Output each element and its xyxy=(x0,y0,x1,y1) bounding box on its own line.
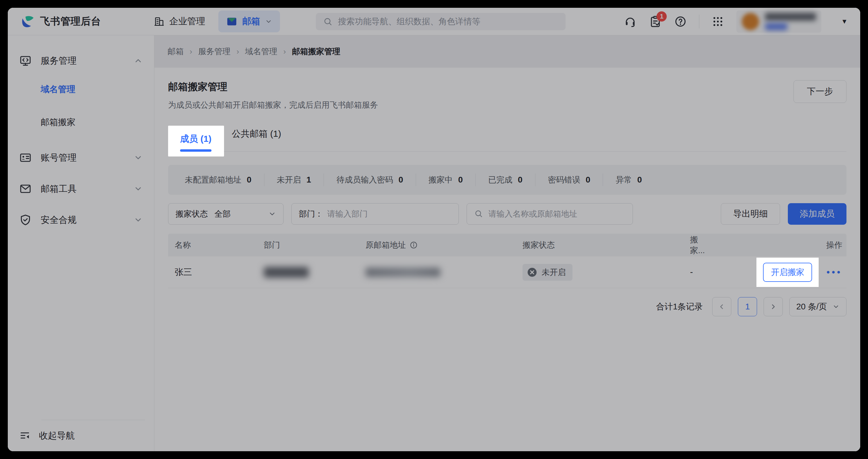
sidebar: 服务管理 域名管理 邮箱搬家 xyxy=(8,35,154,451)
tabs: 成员 (1) 公共邮箱 (1) xyxy=(168,121,846,152)
page-header: 邮箱搬家管理 为成员或公共邮箱开启邮箱搬家，完成后启用飞书邮箱服务 下一步 xyxy=(168,80,846,111)
body: 服务管理 域名管理 邮箱搬家 xyxy=(8,35,860,451)
collapse-nav-icon xyxy=(19,430,31,441)
sidebar-label: 服务管理 xyxy=(41,55,76,67)
chevron-down-icon xyxy=(268,210,276,218)
status-select-value: 全部 xyxy=(214,209,230,219)
status-label: 已完成 xyxy=(488,175,513,185)
member-search[interactable] xyxy=(467,203,633,225)
active-tab-underline xyxy=(180,149,212,152)
breadcrumb: 邮箱 › 服务管理 › 域名管理 › 邮箱搬家管理 xyxy=(154,35,860,68)
mail-product-icon xyxy=(226,16,238,27)
next-step-button[interactable]: 下一步 xyxy=(794,80,846,103)
chevron-up-icon xyxy=(134,56,143,65)
sidebar-item-mail-tools[interactable]: 邮箱工具 xyxy=(13,178,149,200)
breadcrumb-item[interactable]: 服务管理 xyxy=(198,46,230,57)
collapse-nav-button[interactable]: 收起导航 xyxy=(8,420,154,451)
status-not-started[interactable]: 未开启 1 xyxy=(265,175,324,185)
department-label: 部门： xyxy=(299,209,323,219)
status-label: 未配置邮箱地址 xyxy=(185,175,241,185)
cell-actions: 开启搬家 ••• xyxy=(709,257,846,287)
help-icon[interactable] xyxy=(674,15,687,28)
building-icon xyxy=(154,16,164,27)
nav-mail[interactable]: 邮箱 xyxy=(218,10,280,32)
tab-members-spotlight: 成员 (1) xyxy=(168,126,224,156)
content-card: 邮箱搬家管理 为成员或公共邮箱开启邮箱搬家，完成后启用飞书邮箱服务 下一步 成员… xyxy=(154,68,860,451)
chevron-down-icon xyxy=(832,303,840,310)
more-actions-icon[interactable]: ••• xyxy=(827,268,842,277)
export-detail-button[interactable]: 导出明细 xyxy=(721,203,780,225)
task-list-icon[interactable]: 1 xyxy=(649,15,662,28)
add-member-button[interactable]: 添加成员 xyxy=(788,203,846,225)
department-filter[interactable]: 部门： xyxy=(291,203,459,225)
pagination: 合计1条记录 1 20 条/页 xyxy=(168,297,846,331)
account-caret-icon[interactable]: ▼ xyxy=(841,18,848,25)
account-name-redacted xyxy=(765,13,816,21)
status-select-label: 搬家状态 xyxy=(176,209,208,219)
status-value: 0 xyxy=(518,175,523,185)
status-awaiting-password[interactable]: 待成员输入密码 0 xyxy=(324,175,416,185)
status-value: 0 xyxy=(458,175,463,185)
sidebar-item-mail-migration[interactable]: 邮箱搬家 xyxy=(13,111,149,133)
pagination-total: 合计1条记录 xyxy=(656,301,703,312)
search-icon xyxy=(474,209,484,219)
filter-row: 搬家状态 全部 部门： xyxy=(168,203,846,225)
breadcrumb-item[interactable]: 邮箱 xyxy=(167,46,184,57)
page-size-value: 20 条/页 xyxy=(796,301,827,312)
email-redacted xyxy=(366,268,440,277)
col-name: 名称 xyxy=(168,240,264,250)
department-input[interactable] xyxy=(327,210,451,219)
sidebar-item-account-mgmt[interactable]: 账号管理 xyxy=(13,147,149,169)
sidebar-label: 邮箱工具 xyxy=(41,183,76,195)
page-size-select[interactable]: 20 条/页 xyxy=(789,297,846,316)
app-logo[interactable]: 飞书管理后台 xyxy=(20,15,101,28)
status-label: 待成员输入密码 xyxy=(337,175,393,185)
header-divider xyxy=(699,15,699,28)
page-1-button[interactable]: 1 xyxy=(738,297,757,316)
breadcrumb-item[interactable]: 域名管理 xyxy=(245,46,277,57)
status-summary-bar: 未配置邮箱地址 0 未开启 1 待成员输入密码 0 搬家中 xyxy=(168,165,846,195)
status-label: 异常 xyxy=(616,175,632,185)
col-original-email-label: 原邮箱地址 xyxy=(366,240,406,250)
sidebar-item-security-compliance[interactable]: 安全合规 xyxy=(13,209,149,231)
prev-page-button[interactable] xyxy=(712,297,731,316)
info-icon[interactable] xyxy=(409,241,418,249)
status-value: 0 xyxy=(637,175,642,185)
col-actions: 操作 xyxy=(709,240,846,250)
status-badge: 未开启 xyxy=(523,264,572,281)
account-tag-redacted xyxy=(765,23,787,30)
header-actions: 1 xyxy=(624,10,848,33)
status-abnormal[interactable]: 异常 0 xyxy=(603,175,654,185)
tab-public-mailbox[interactable]: 公共邮箱 (1) xyxy=(232,128,281,151)
sidebar-item-domain-mgmt[interactable]: 域名管理 xyxy=(13,79,149,100)
sidebar-footer: 收起导航 xyxy=(8,420,154,451)
status-label: 密码错误 xyxy=(548,175,580,185)
nav-enterprise[interactable]: 企业管理 xyxy=(146,10,213,32)
cell-migration-status: 未开启 xyxy=(523,264,690,281)
apps-grid-icon[interactable] xyxy=(711,15,724,28)
next-page-button[interactable] xyxy=(764,297,783,316)
chevron-down-icon xyxy=(134,153,143,162)
status-unconfigured[interactable]: 未配置邮箱地址 0 xyxy=(172,175,264,185)
status-migrating[interactable]: 搬家中 0 xyxy=(416,175,475,185)
tab-members[interactable]: 成员 (1) xyxy=(180,133,212,152)
feishu-logo-icon xyxy=(20,15,34,28)
account-menu[interactable] xyxy=(736,10,822,33)
open-migration-button[interactable]: 开启搬家 xyxy=(763,263,812,282)
status-completed[interactable]: 已完成 0 xyxy=(475,175,535,185)
app-title: 飞书管理后台 xyxy=(40,15,101,28)
nav-mail-label: 邮箱 xyxy=(242,15,260,28)
global-search-input[interactable] xyxy=(338,17,558,26)
status-wrong-password[interactable]: 密码错误 0 xyxy=(535,175,603,185)
migration-status-select[interactable]: 搬家状态 全部 xyxy=(168,203,284,225)
page-title: 邮箱搬家管理 xyxy=(168,80,378,94)
cell-name: 张三 xyxy=(168,266,264,278)
member-search-input[interactable] xyxy=(489,210,625,219)
support-headset-icon[interactable] xyxy=(624,15,637,28)
global-search[interactable] xyxy=(316,13,566,30)
status-value: 0 xyxy=(247,175,252,185)
sidebar-sublabel: 邮箱搬家 xyxy=(41,116,75,128)
tab-public-mailbox-label: 公共邮箱 (1) xyxy=(232,129,281,139)
open-migration-spotlight: 开启搬家 xyxy=(756,257,819,287)
sidebar-item-service-mgmt[interactable]: 服务管理 xyxy=(13,50,149,72)
